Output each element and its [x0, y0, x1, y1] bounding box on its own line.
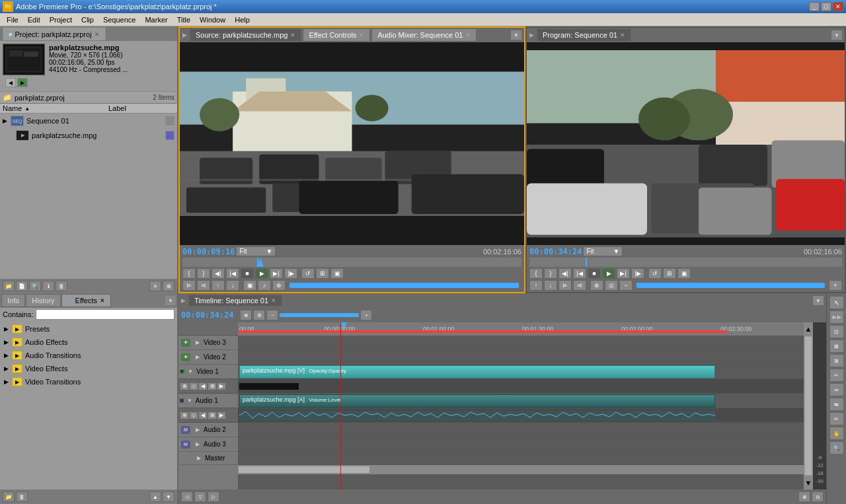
project-tab[interactable]: ■ Project: parkplatz.prproj ✕ — [3, 27, 106, 40]
program-mini-ruler[interactable] — [529, 258, 842, 267]
timeline-v-scrollbar[interactable]: ▲ ▼ — [804, 322, 813, 489]
file-row-video[interactable]: ▶ parkplatzsuche.mpg — [0, 128, 177, 143]
video2-visibility-button[interactable]: 👁 — [181, 353, 190, 361]
prog-extract-button[interactable]: ↓ — [544, 280, 557, 291]
take-audio-button[interactable]: ♪ — [258, 280, 271, 291]
col-name-header[interactable]: Name ▲ — [3, 104, 108, 112]
audio1-prev-key-button[interactable]: ◀ — [198, 412, 208, 419]
source-wing-menu[interactable]: ▶ — [182, 32, 187, 38]
video2-collapse-button[interactable]: ▶ — [192, 352, 204, 363]
source-zoom-bar[interactable] — [289, 283, 519, 288]
video1-next-key-button[interactable]: ▶ — [217, 382, 226, 390]
video2-track[interactable] — [238, 350, 804, 365]
master-collapse-button[interactable]: ▶ — [193, 453, 205, 464]
menu-clip[interactable]: Clip — [77, 15, 98, 24]
razor-tool-button[interactable]: ✂ — [829, 369, 844, 382]
effects-tab[interactable]: ✦ Effects ✕ — [61, 294, 111, 307]
extract-button[interactable]: ↓ — [226, 280, 239, 291]
audio2-collapse-button[interactable]: ▶ — [192, 425, 204, 435]
mark-out-button[interactable]: } — [197, 268, 210, 279]
audio3-track[interactable] — [238, 437, 804, 452]
source-mini-ruler[interactable] — [182, 258, 521, 267]
video1-prev-key-button[interactable]: ◀ — [198, 382, 208, 390]
timeline-h-scrollbar[interactable] — [238, 465, 804, 474]
prog-trim-button[interactable]: ⊳ — [558, 280, 572, 291]
track-select-tool-button[interactable]: ⊳⊳ — [829, 310, 844, 324]
tree-video-transitions[interactable]: ▶ ▶ Video Transitions — [1, 375, 176, 388]
prog-zoom-in-button[interactable]: + — [829, 280, 842, 291]
tree-presets[interactable]: ▶ ▶ Presets — [1, 322, 176, 336]
prog-mark-in-button[interactable]: { — [529, 268, 543, 279]
prog-go-out-button[interactable]: |▶ — [631, 268, 644, 279]
loop-button[interactable]: ↺ — [301, 268, 315, 279]
file-row-sequence[interactable]: ▶ SEQ Sequence 01 — [0, 114, 177, 128]
slip-tool-button[interactable]: ⇔ — [829, 383, 844, 396]
track-content-area[interactable]: 00:00 00:00:30:00 00:01:00:00 00:01:30:0… — [238, 322, 804, 489]
info-tab[interactable]: Info — [1, 294, 25, 307]
vscroll-up-button[interactable]: ▲ — [804, 322, 813, 336]
master-track[interactable] — [238, 452, 804, 465]
program-fit-dropdown[interactable]: Fit ▼ — [583, 246, 623, 256]
col-label-header[interactable]: Label — [108, 104, 141, 112]
menu-sequence[interactable]: Sequence — [99, 15, 140, 24]
snap-button[interactable]: ⊕ — [240, 310, 252, 320]
info-button[interactable]: ℹ — [42, 281, 54, 291]
output-button[interactable]: ▣ — [330, 268, 344, 279]
program-tab[interactable]: Program: Sequence 01 ✕ — [537, 28, 631, 42]
play-small-button[interactable]: ▶ — [17, 78, 28, 87]
prog-stop-button[interactable]: ■ — [588, 268, 601, 279]
video1-track-lower[interactable] — [238, 379, 804, 394]
prog-play-button[interactable]: ▶ — [602, 268, 615, 279]
play-button[interactable]: ▶ — [255, 268, 268, 279]
tl-bottom-btn4[interactable]: ⊕ — [798, 491, 810, 502]
prog-insert-button[interactable]: ⊲ — [573, 280, 586, 291]
rolling-edit-button[interactable]: ⊠ — [829, 340, 844, 353]
insert-button[interactable]: ⊳ — [182, 280, 196, 291]
stop-button[interactable]: ■ — [241, 268, 254, 279]
step-back-button[interactable]: |◀ — [226, 268, 239, 279]
prog-match-frame-button[interactable]: ⊕ — [590, 280, 603, 291]
tl-bottom-btn5[interactable]: ⊖ — [812, 491, 824, 502]
maximize-button[interactable]: □ — [821, 2, 831, 11]
close-button[interactable]: ✕ — [833, 2, 843, 11]
audio2-mute-button[interactable]: M — [181, 426, 190, 434]
menu-window[interactable]: Window — [196, 15, 229, 24]
prog-zoom-out-button[interactable]: − — [619, 280, 633, 291]
slide-tool-button[interactable]: ⇆ — [829, 398, 844, 411]
mark-in-button[interactable]: { — [182, 268, 196, 279]
video1-visibility-button[interactable]: 👁 — [180, 369, 184, 374]
audio-mixer-tab[interactable]: Audio Mixer: Sequence 01 ✕ — [371, 28, 477, 42]
delete-button[interactable]: 🗑 — [56, 281, 67, 291]
vscroll-thumb[interactable] — [804, 336, 812, 476]
video1-clip[interactable]: parkplatzsuche.mpg [V] Opacity:Opacity — [239, 365, 715, 378]
tl-bottom-btn2[interactable]: ▽ — [194, 491, 206, 502]
pen-tool-button[interactable]: ✏ — [829, 412, 844, 425]
new-item-button[interactable]: 📄 — [16, 281, 28, 291]
overwrite-button[interactable]: ⊲ — [197, 280, 210, 291]
audio1-clip[interactable]: parkplatzsuche.mpg [A] Volume:Level — [239, 394, 715, 408]
ripple-edit-button[interactable]: ⊡ — [829, 325, 844, 338]
menu-file[interactable]: File — [3, 15, 22, 24]
video3-track[interactable] — [238, 336, 804, 350]
zoom-out-tl-button[interactable]: − — [266, 310, 278, 320]
tl-bottom-btn3[interactable]: ▷ — [208, 491, 219, 502]
nav-down-button[interactable]: ▼ — [163, 491, 174, 502]
rate-stretch-button[interactable]: ⊞ — [829, 354, 844, 367]
prog-loop-button[interactable]: ↺ — [648, 268, 662, 279]
list-view-button[interactable]: ≡ — [149, 281, 161, 291]
menu-marker[interactable]: Marker — [141, 15, 171, 24]
program-timecode[interactable]: 00:00:34:24 — [529, 247, 582, 256]
timeline-tab[interactable]: Timeline: Sequence 01 ✕ — [188, 295, 282, 306]
tl-bottom-btn1[interactable]: ◁ — [181, 491, 193, 502]
audio1-keyframe-button[interactable]: ◇ — [189, 412, 198, 419]
safe-margin-button[interactable]: ⊞ — [316, 268, 329, 279]
minimize-button[interactable]: _ — [809, 2, 820, 11]
zoom-tool-button[interactable]: 🔍 — [829, 441, 844, 454]
rewind-small-button[interactable]: ◀ — [5, 78, 16, 87]
menu-edit[interactable]: Edit — [24, 15, 44, 24]
go-out-button[interactable]: |▶ — [284, 268, 297, 279]
new-custom-bin-button[interactable]: 📁 — [3, 491, 15, 502]
audio3-collapse-button[interactable]: ▶ — [192, 439, 204, 450]
prog-mark-out-button[interactable]: } — [544, 268, 557, 279]
timeline-timecode[interactable]: 00:00:34:24 — [181, 310, 233, 320]
